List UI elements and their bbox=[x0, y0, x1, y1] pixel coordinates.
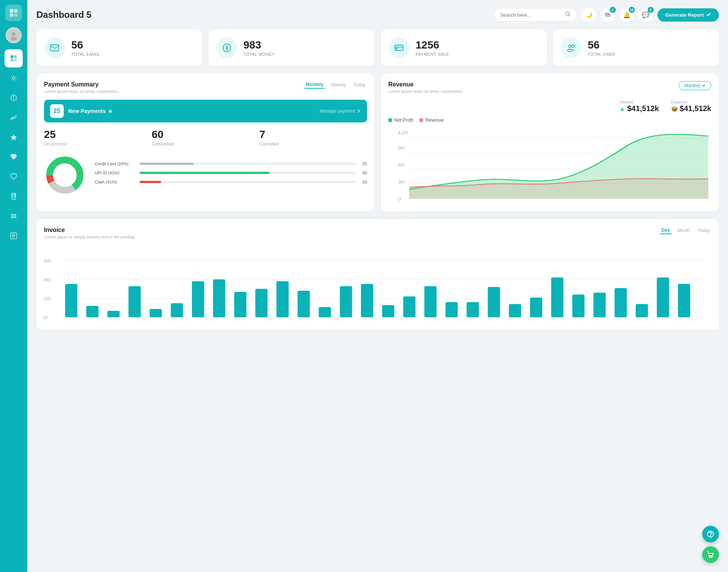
invoice-panel: Invoice Lorem ipsum is simply dummy text… bbox=[36, 219, 719, 330]
progress-label-upi: UPI ID (41%) bbox=[95, 171, 136, 175]
search-box[interactable] bbox=[494, 8, 577, 22]
svg-rect-68 bbox=[107, 311, 119, 317]
revenue-tab-monthly[interactable]: Monthly bbox=[679, 81, 711, 90]
payment-header: Payment Summary Lorem ipsum dolor sit am… bbox=[44, 81, 367, 94]
svg-rect-76 bbox=[276, 281, 289, 317]
svg-rect-84 bbox=[446, 302, 458, 317]
sidebar-item-heart[interactable] bbox=[5, 148, 23, 166]
stat-email-info: 56 TOTAL EMAIL bbox=[71, 39, 100, 56]
invoice-tab-day[interactable]: Day bbox=[660, 227, 672, 234]
svg-rect-70 bbox=[150, 309, 162, 317]
svg-point-128 bbox=[709, 556, 710, 558]
shopping-icon: 🛍 bbox=[605, 11, 611, 18]
progress-cash: Cash (41%) 10 bbox=[95, 180, 367, 184]
progress-bars: Credit Card (24%) 25 UPI ID (41%) 60 bbox=[95, 161, 367, 189]
progress-fill-upi bbox=[140, 172, 270, 174]
float-support-button[interactable] bbox=[702, 526, 719, 542]
payment-title: Payment Summary bbox=[44, 81, 118, 88]
sidebar-item-dashboard[interactable] bbox=[5, 49, 23, 67]
on-process-number: 25 bbox=[44, 129, 152, 141]
stat-money-number: 983 bbox=[243, 39, 275, 51]
revenue-title: Revenue bbox=[388, 81, 463, 88]
sidebar bbox=[0, 0, 27, 572]
float-cart-button[interactable] bbox=[702, 546, 719, 563]
stats-grid: 56 TOTAL EMAIL $ 983 TOTAL MONEY 1256 PA… bbox=[36, 30, 719, 66]
sidebar-item-star[interactable] bbox=[5, 128, 23, 146]
sidebar-item-printer[interactable] bbox=[5, 187, 23, 205]
svg-rect-78 bbox=[319, 307, 331, 317]
stat-card-email: 56 TOTAL EMAIL bbox=[36, 30, 202, 66]
svg-rect-90 bbox=[572, 295, 584, 317]
svg-rect-74 bbox=[234, 292, 246, 317]
shopping-icon-btn[interactable]: 🛍 2 bbox=[601, 8, 615, 22]
income-arrow-icon: ▲ bbox=[620, 106, 625, 112]
revenue-panel: Revenue Lorem ipsum dolor sit amet, cons… bbox=[381, 74, 719, 212]
message-icon: 💬 bbox=[642, 11, 650, 19]
sidebar-item-menu[interactable] bbox=[5, 207, 23, 225]
payment-tab-today[interactable]: Today bbox=[352, 81, 367, 88]
generate-report-button[interactable]: Generate Report bbox=[657, 8, 719, 22]
payment-tab-weekly[interactable]: Weekly bbox=[329, 81, 347, 88]
svg-marker-14 bbox=[11, 134, 17, 140]
sidebar-item-info[interactable] bbox=[5, 89, 23, 107]
svg-point-4 bbox=[12, 32, 16, 36]
svg-rect-32 bbox=[396, 48, 397, 49]
svg-point-33 bbox=[569, 45, 571, 48]
progress-label-cc: Credit Card (24%) bbox=[95, 161, 136, 166]
stat-payment-info: 1256 PAYMENT SALE bbox=[416, 39, 449, 56]
svg-rect-71 bbox=[171, 303, 183, 317]
svg-point-127 bbox=[710, 536, 711, 536]
completed-number: 60 bbox=[152, 129, 259, 141]
svg-rect-79 bbox=[340, 286, 352, 317]
revenue-legend: Net Profit Revenue bbox=[388, 118, 711, 123]
svg-rect-30 bbox=[395, 45, 403, 50]
svg-text:120: 120 bbox=[398, 131, 408, 135]
progress-creditcard: Credit Card (24%) 25 bbox=[95, 161, 367, 166]
user-icon bbox=[560, 37, 582, 58]
svg-rect-80 bbox=[361, 284, 373, 317]
stat-email-number: 56 bbox=[71, 39, 100, 51]
invoice-tab-today[interactable]: Today bbox=[696, 227, 711, 234]
notifications-btn[interactable]: 🔔 12 bbox=[620, 8, 634, 22]
svg-text:60: 60 bbox=[44, 259, 51, 263]
sidebar-item-heart2[interactable] bbox=[5, 168, 23, 186]
stat-card-user: 56 TOTAL USER bbox=[553, 30, 719, 66]
stat-card-money: $ 983 TOTAL MONEY bbox=[209, 30, 375, 66]
messages-btn[interactable]: 💬 5 bbox=[639, 8, 653, 22]
dark-mode-toggle[interactable]: 🌙 bbox=[582, 8, 596, 22]
shopping-badge: 2 bbox=[610, 7, 616, 13]
invoice-tab-month[interactable]: Month bbox=[676, 227, 692, 234]
stat-user-number: 56 bbox=[588, 39, 615, 51]
svg-rect-3 bbox=[14, 13, 17, 17]
svg-text:60: 60 bbox=[398, 163, 405, 167]
sidebar-item-chart[interactable] bbox=[5, 108, 23, 127]
canceled-label: Canceled bbox=[259, 141, 367, 147]
payment-summary-panel: Payment Summary Lorem ipsum dolor sit am… bbox=[36, 74, 375, 212]
payment-tab-monthly[interactable]: Monthly bbox=[304, 81, 325, 89]
avatar[interactable] bbox=[6, 27, 22, 43]
sidebar-item-list[interactable] bbox=[5, 227, 23, 245]
search-icon bbox=[565, 11, 571, 18]
svg-rect-73 bbox=[213, 279, 225, 317]
on-process-label: On process bbox=[44, 141, 152, 147]
sidebar-item-settings[interactable] bbox=[5, 69, 23, 87]
sidebar-logo[interactable] bbox=[5, 5, 22, 21]
revenue-title-group: Revenue Lorem ipsum dolor sit amet, cons… bbox=[388, 81, 463, 94]
svg-rect-27 bbox=[50, 45, 59, 51]
svg-point-34 bbox=[568, 49, 572, 52]
messages-badge: 5 bbox=[648, 7, 654, 13]
svg-rect-6 bbox=[11, 55, 13, 58]
svg-text:20: 20 bbox=[44, 296, 51, 301]
bell-icon: 🔔 bbox=[623, 11, 631, 19]
income-label: Income bbox=[620, 100, 659, 104]
progress-fill-cc bbox=[140, 163, 194, 165]
search-input[interactable] bbox=[500, 12, 562, 18]
svg-rect-95 bbox=[678, 284, 690, 317]
new-payments-left: 25 New Payments bbox=[50, 104, 112, 118]
legend-netprofit-dot bbox=[388, 118, 392, 122]
svg-rect-16 bbox=[12, 193, 16, 195]
expense-label: Expense bbox=[671, 100, 711, 104]
invoice-chart: 0 20 40 60 bbox=[44, 245, 711, 323]
completed-label: Completed bbox=[152, 141, 259, 147]
manage-payment-link[interactable]: Manage payment bbox=[320, 108, 361, 114]
